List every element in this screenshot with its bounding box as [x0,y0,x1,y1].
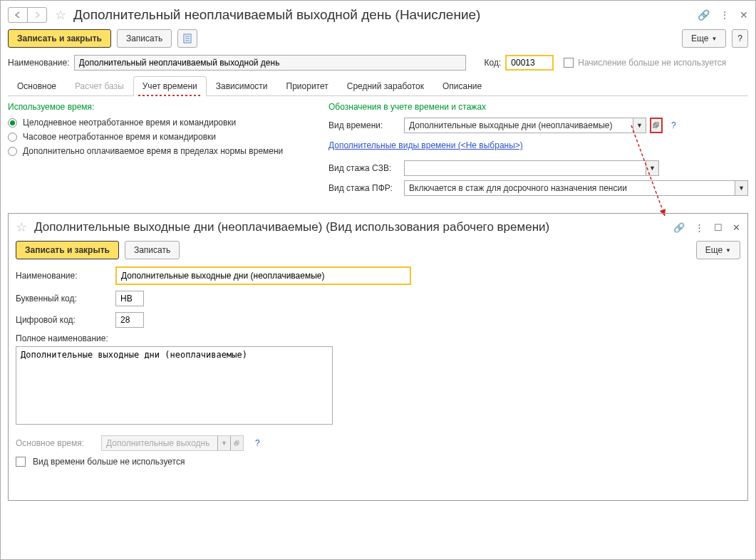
sub-name-label: Наименование: [16,271,108,281]
not-used-label: Начисление больше не используется [578,58,726,68]
base-time-select: Дополнительные выходнь ▼ [101,435,244,451]
szv-label: Вид стажа СЗВ: [328,163,400,173]
close-icon[interactable]: ✕ [732,222,740,233]
name-input[interactable] [74,55,466,71]
star-icon[interactable]: ☆ [55,7,66,23]
digit-code-input[interactable] [115,312,144,328]
tab-bar: Основное Расчет базы Учет времени Зависи… [8,76,748,96]
sub-name-input[interactable] [115,266,411,285]
tab-time[interactable]: Учет времени [133,76,207,96]
sub-window: ☆ Дополнительные выходные дни (неоплачив… [8,213,748,501]
tab-main[interactable]: Основное [8,76,66,95]
kebab-icon[interactable]: ⋮ [720,9,730,21]
base-time-label: Основное время: [16,438,94,448]
close-icon[interactable]: ✕ [740,9,748,21]
kebab-icon[interactable]: ⋮ [695,222,704,233]
tab-deps[interactable]: Зависимости [207,76,277,95]
tab-avg[interactable]: Средний заработок [338,76,433,95]
type-not-used-label: Вид времени больше не используется [33,457,185,467]
dropdown-icon[interactable]: ▼ [633,118,646,133]
pfr-label: Вид стажа ПФР: [328,183,400,193]
radio-icon [8,133,17,142]
full-name-textarea[interactable] [16,346,333,425]
code-input[interactable] [505,55,554,71]
radio-option-3[interactable]: Дополнительно оплачиваемое время в преде… [8,146,307,156]
window-title: Дополнительный неоплачиваемый выходной д… [73,7,698,23]
full-name-label: Полное наименование: [16,333,740,343]
sub-window-title: Дополнительные выходные дни (неоплачивае… [34,220,673,234]
szv-select[interactable]: ▼ [404,160,659,176]
nav-forward-button[interactable] [27,7,47,23]
report-icon-button[interactable] [177,29,197,48]
link-icon[interactable]: 🔗 [698,9,710,21]
pfr-select[interactable]: Включается в стаж для досрочного назначе… [404,180,748,196]
more-button[interactable]: Еще ▼ [682,29,726,48]
link-icon[interactable]: 🔗 [673,222,685,233]
letter-code-input[interactable] [115,291,144,306]
save-button[interactable]: Записать [117,29,172,48]
radio-option-2[interactable]: Часовое неотработанное время и командиро… [8,132,307,142]
tab-priority[interactable]: Приоритет [277,76,338,95]
type-not-used-checkbox[interactable] [16,457,26,467]
dropdown-icon: ▼ [217,436,230,450]
letter-code-label: Буквенный код: [16,294,108,304]
sub-save-close-button[interactable]: Записать и закрыть [16,241,119,259]
time-type-label: Вид времени: [328,120,400,130]
radio-option-1[interactable]: Целодневное неотработанное время и коман… [8,118,307,128]
marks-header: Обозначения в учете времени и стажах [328,102,748,112]
help-icon[interactable]: ? [255,438,260,448]
name-label: Наименование: [8,58,70,68]
star-icon[interactable]: ☆ [16,219,27,235]
digit-code-label: Цифровой код: [16,315,108,325]
not-used-checkbox[interactable] [564,58,574,68]
additional-types-link[interactable]: Дополнительные виды времени (<Не выбраны… [328,140,523,150]
time-type-select[interactable]: Дополнительные выходные дни (неоплачивае… [404,118,646,133]
nav-back-button[interactable] [8,7,28,23]
save-close-button[interactable]: Записать и закрыть [8,29,111,48]
radio-icon [8,147,17,156]
maximize-icon[interactable]: ☐ [714,222,723,233]
help-icon[interactable]: ? [671,120,676,130]
help-button[interactable]: ? [732,29,748,48]
dropdown-icon[interactable]: ▼ [735,181,747,195]
open-icon [230,436,243,450]
radio-icon [8,118,17,128]
sub-save-button[interactable]: Записать [125,241,180,259]
sub-more-button[interactable]: Еще ▼ [696,241,740,259]
tab-desc[interactable]: Описание [433,76,491,95]
code-label: Код: [485,58,502,68]
dropdown-icon[interactable]: ▼ [646,161,658,175]
open-ref-button[interactable] [650,118,663,133]
tab-base[interactable]: Расчет базы [66,76,133,95]
used-time-header: Используемое время: [8,102,307,112]
